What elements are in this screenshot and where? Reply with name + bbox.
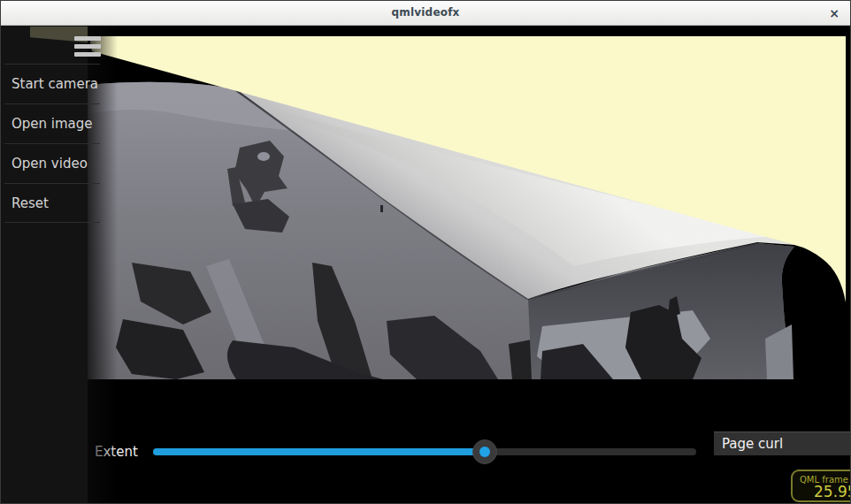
fps-status-badge: QML frame r... 25.95	[791, 470, 851, 502]
sidebar-item-start-camera[interactable]: Start camera	[4, 64, 100, 103]
app-window: Extent Start camera Open image Open vide…	[0, 0, 851, 504]
sidebar-item-open-video[interactable]: Open video	[4, 143, 100, 183]
effect-selector-button[interactable]: Page curl	[714, 431, 851, 455]
extent-slider-handle[interactable]	[472, 439, 497, 464]
window-title: qmlvideofx	[1, 6, 850, 19]
titlebar[interactable]: qmlvideofx ×	[1, 1, 850, 26]
extent-slider-track[interactable]	[153, 448, 696, 455]
sidebar-item-open-image[interactable]: Open image	[4, 103, 100, 143]
hamburger-bar	[74, 36, 101, 41]
close-icon[interactable]: ×	[826, 5, 842, 21]
hamburger-bar	[74, 44, 101, 49]
sidebar: Start camera Open image Open video Reset	[1, 26, 118, 504]
hamburger-bar	[74, 52, 101, 57]
sidebar-menu: Start camera Open image Open video Reset	[4, 64, 100, 223]
video-effect-scene	[1, 1, 851, 504]
fps-badge-value: 25.95	[793, 483, 851, 500]
extent-slider-handle-dot	[479, 447, 490, 457]
hamburger-menu-icon[interactable]	[74, 36, 101, 57]
sidebar-item-reset[interactable]: Reset	[4, 183, 100, 223]
extent-slider-fill	[153, 448, 485, 455]
